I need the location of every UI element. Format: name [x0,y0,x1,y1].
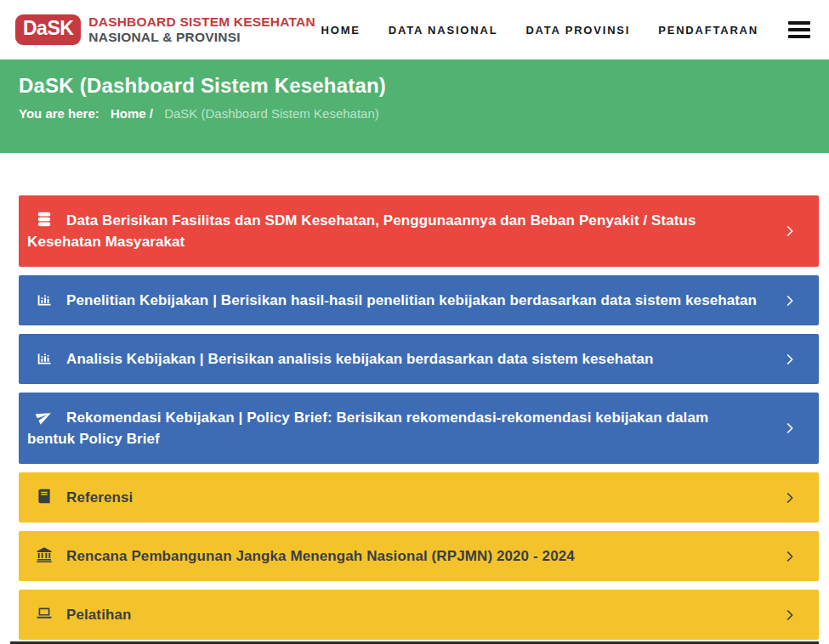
page: { "header": { "logo": { "badge": "DaSK",… [0,0,829,644]
database-icon [36,211,53,228]
nav-item-data-provinsi[interactable]: DATA PROVINSI [525,24,630,37]
logo[interactable]: DaSK DASHBOARD SISTEM KESEHATAN NASIONAL… [15,14,315,45]
nav-item-home[interactable]: HOME [321,24,361,37]
chart-bar-icon [36,349,53,366]
accordion-item-label: Referensi [66,489,133,506]
accordion-item-label: Data Berisikan Fasilitas dan SDM Kesehat… [27,212,696,250]
chevron-right-icon [783,352,797,367]
accordion-item[interactable]: Pelatihan [19,590,819,640]
accordion: Data Berisikan Fasilitas dan SDM Kesehat… [19,195,819,640]
logo-badge-icon: DaSK [15,14,81,44]
accordion-item[interactable]: Rencana Pembangunan Jangka Menengah Nasi… [19,531,819,581]
accordion-item-label: Rekomendasi Kebijakan | Policy Brief: Be… [27,410,708,447]
content: Data Berisikan Fasilitas dan SDM Kesehat… [0,153,829,640]
book-icon [36,488,53,505]
breadcrumb-current: DaSK (Dashboard Sistem Kesehatan) [164,106,379,121]
paper-plane-icon [36,408,53,425]
nav-item-data-nasional[interactable]: DATA NASIONAL [389,24,498,37]
accordion-item-label: Pelatihan [66,607,131,623]
accordion-item[interactable]: Data Berisikan Fasilitas dan SDM Kesehat… [19,195,819,267]
site-header: DaSK DASHBOARD SISTEM KESEHATAN NASIONAL… [0,0,829,59]
laptop-icon [36,605,53,622]
page-title: DaSK (Dashboard Sistem Kesehatan) [19,74,809,98]
accordion-item[interactable]: Analisis Kebijakan | Berisikan analisis … [19,334,819,384]
breadcrumb: You are here: Home / DaSK (Dashboard Sis… [19,106,809,121]
chart-bar-icon [36,291,53,308]
breadcrumb-prefix: You are here: [19,106,99,121]
chevron-right-icon [783,607,797,623]
main-nav: HOME DATA NASIONAL DATA PROVINSI PENDAFT… [321,21,810,38]
logo-text: DASHBOARD SISTEM KESEHATAN NASIONAL & PR… [88,14,315,45]
accordion-item-label: Penelitian Kebijakan | Berisikan hasil-h… [66,292,757,308]
accordion-item-label: Analisis Kebijakan | Berisikan analisis … [66,351,654,367]
accordion-item[interactable]: Referensi [19,472,819,523]
logo-title: DASHBOARD SISTEM KESEHATAN [88,14,315,30]
chevron-right-icon [783,223,797,239]
chevron-right-icon [783,421,797,436]
nav-item-pendaftaran[interactable]: PENDAFTARAN [658,24,758,37]
chevron-right-icon [783,549,797,564]
accordion-item[interactable]: Penelitian Kebijakan | Berisikan hasil-h… [19,275,819,325]
logo-subtitle: NASIONAL & PROVINSI [88,30,315,45]
accordion-item-label: Rencana Pembangunan Jangka Menengah Nasi… [66,548,575,564]
accordion-item[interactable]: Rekomendasi Kebijakan | Policy Brief: Be… [19,393,819,464]
chevron-right-icon [783,490,797,506]
university-icon [36,546,53,563]
hero-banner: DaSK (Dashboard Sistem Kesehatan) You ar… [0,59,829,153]
chevron-right-icon [783,293,797,308]
hamburger-menu-icon[interactable] [788,21,810,38]
breadcrumb-home-link[interactable]: Home / [111,106,153,121]
